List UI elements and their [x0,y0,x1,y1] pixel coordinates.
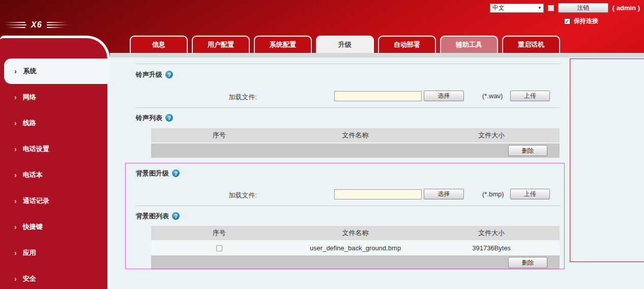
sidebar-item-label: 通话记录 [23,196,49,206]
sidebar-item-label: 快捷键 [23,222,43,232]
background-list-table: 序号 文件名称 文件大小 user_define_back_ground.bmp… [151,226,560,270]
sidebar-item-label: 网络 [23,93,36,102]
chevron-right-icon: › [14,119,17,127]
language-selected-value: 中文 [492,4,505,12]
language-select[interactable]: 中文 ▼ [490,4,544,13]
sidebar-item-label: 线路 [23,119,36,128]
column-header-filename: 文件名称 [287,128,424,142]
ringtone-upgrade-title: 铃声升级 ? [136,70,173,79]
row-filesize: 391736Bytes [423,241,560,255]
chevron-right-icon: › [14,171,17,179]
table-header-row: 序号 文件名称 文件大小 [151,226,560,240]
keep-online-label: 保持连接 [574,17,598,25]
ringtone-format-hint: (*.wav) [482,92,503,100]
background-delete-button[interactable]: 删除 [508,257,547,268]
sidebar: › 系统 › 网络 › 线路 › 电话设置 › 电话本 › 通话记录 › 快捷键… [0,36,110,289]
ringtone-choose-button[interactable]: 选择 [424,91,464,101]
row-select-cell [151,241,287,255]
tab-system-config[interactable]: 系统配置 [254,36,312,53]
ringtone-upload-button[interactable]: 上传 [510,91,550,101]
help-icon[interactable]: ? [165,71,173,78]
right-annotation-box [570,59,644,262]
section-title-text: 铃声升级 [136,70,162,79]
sidebar-item-application[interactable]: › 应用 [0,240,107,266]
brand-logo: X6 [4,20,69,30]
background-choose-button[interactable]: 选择 [424,189,464,199]
row-filename: user_define_back_ground.bmp [287,241,424,255]
sidebar-item-phonebook[interactable]: › 电话本 [0,162,107,188]
background-upload-button[interactable]: 上传 [510,189,550,199]
section-title-text: 铃声列表 [136,113,162,123]
load-file-label: 加载文件: [136,93,257,102]
content-column: 铃声升级 ? 加载文件: 选择 (*.wav) 上传 铃声列表 ? 序号 文件名… [136,57,560,289]
chevron-right-icon: › [14,67,17,75]
chevron-right-icon: › [14,197,17,205]
ringtone-list-title: 铃声列表 ? [136,113,173,122]
row-select-checkbox[interactable] [216,245,222,251]
section-divider [136,206,560,206]
sidebar-item-label: 安全 [23,274,36,283]
sidebar-item-label: 应用 [23,248,36,257]
sidebar-item-security[interactable]: › 安全 [0,266,107,289]
column-header-filesize: 文件大小 [423,226,560,240]
tab-upgrade[interactable]: 升级 [316,36,374,53]
sidebar-item-call-log[interactable]: › 通话记录 [0,188,107,214]
column-header-filename: 文件名称 [287,226,424,240]
keep-online-checkbox[interactable]: ✓ [564,18,570,24]
background-file-input[interactable] [334,189,422,199]
table-header-row: 序号 文件名称 文件大小 [151,128,560,142]
tab-tools[interactable]: 辅助工具 [440,36,498,53]
section-title-text: 背景图列表 [136,212,169,221]
help-icon[interactable]: ? [172,212,180,220]
sidebar-item-line[interactable]: › 线路 [0,110,107,136]
tab-reboot-phone[interactable]: 重启话机 [502,36,560,53]
section-divider [136,107,560,108]
section-title-text: 背景图升级 [136,169,169,178]
chevron-right-icon: › [14,223,17,231]
logged-in-account: ( admin ) [612,4,640,12]
logout-button[interactable]: 注销 [558,3,608,13]
tab-bar: 信息 用户配置 系统配置 升级 自动部署 辅助工具 重启话机 [130,36,560,53]
sidebar-item-phone-settings[interactable]: › 电话设置 [0,136,107,162]
section-divider [136,64,560,64]
tab-auto-provision[interactable]: 自动部署 [378,36,436,53]
logo-speedlines-right [47,22,69,28]
keep-online-row: ✓ 保持连接 [564,17,598,25]
background-list-title: 背景图列表 ? [136,212,180,220]
background-format-hint: (*.bmp) [482,190,504,198]
chevron-down-icon: ▼ [538,6,542,10]
tab-user-config[interactable]: 用户配置 [192,36,250,53]
upgrade-tab-content: 铃声升级 ? 加载文件: 选择 (*.wav) 上传 铃声列表 ? 序号 文件名… [110,57,644,289]
background-upload-row: 加载文件: 选择 (*.bmp) 上传 [136,189,560,200]
column-header-index: 序号 [151,226,287,240]
language-apply-checkbox[interactable] [548,5,554,11]
help-icon[interactable]: ? [165,114,173,122]
top-controls: 中文 ▼ 注销 ( admin ) [490,3,640,13]
help-icon[interactable]: ? [172,169,180,177]
ringtone-list-table: 序号 文件名称 文件大小 删除 [151,128,560,158]
ringtone-delete-button[interactable]: 删除 [508,145,547,156]
chevron-right-icon: › [14,93,17,101]
table-footer-row: 删除 [151,255,560,270]
sidebar-item-function-key[interactable]: › 快捷键 [0,214,107,240]
logo-speedlines-left [4,22,26,28]
chevron-right-icon: › [14,275,17,283]
column-header-index: 序号 [151,128,287,142]
sidebar-item-network[interactable]: › 网络 [0,84,107,110]
sidebar-item-label: 电话设置 [23,144,49,154]
load-file-label: 加载文件: [136,191,257,200]
tab-information[interactable]: 信息 [130,36,188,53]
ringtone-upload-row: 加载文件: 选择 (*.wav) 上传 [136,91,560,102]
column-header-filesize: 文件大小 [423,128,560,142]
background-upgrade-title: 背景图升级 ? [136,169,180,178]
sidebar-item-label: 电话本 [23,170,43,180]
sidebar-item-label: 系统 [23,67,37,76]
chevron-right-icon: › [14,249,17,257]
chevron-right-icon: › [14,145,17,153]
ringtone-file-input[interactable] [334,91,422,101]
table-footer-row: 删除 [151,143,560,158]
tabbar-baseline-strip [110,53,644,57]
model-label: X6 [31,20,42,30]
table-row: user_define_back_ground.bmp 391736Bytes [151,241,560,255]
sidebar-item-system[interactable]: › 系统 [4,59,110,84]
